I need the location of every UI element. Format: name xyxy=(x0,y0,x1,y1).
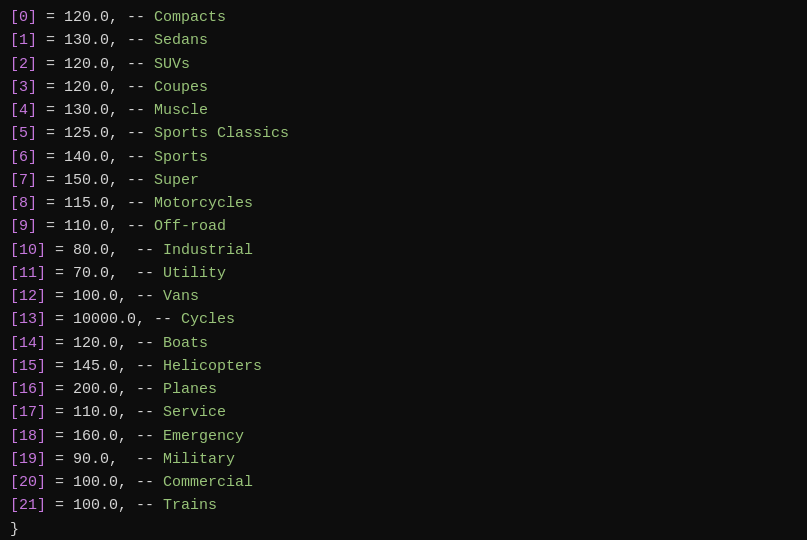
list-item: [7] = 150.0, -- Super xyxy=(10,169,797,192)
separator: -- xyxy=(118,215,154,238)
list-item: [2] = 120.0, -- SUVs xyxy=(10,53,797,76)
list-item: [11] = 70.0, -- Utility xyxy=(10,262,797,285)
equals-sign: = xyxy=(46,355,73,378)
category-label: Sports Classics xyxy=(154,122,289,145)
list-item: [3] = 120.0, -- Coupes xyxy=(10,76,797,99)
numeric-value: 100.0, xyxy=(73,494,127,517)
separator: -- xyxy=(118,99,154,122)
index-label: [8] xyxy=(10,192,37,215)
category-label: Sports xyxy=(154,146,208,169)
index-label: [9] xyxy=(10,215,37,238)
equals-sign: = xyxy=(37,146,64,169)
list-item: [19] = 90.0, -- Military xyxy=(10,448,797,471)
category-label: Commercial xyxy=(163,471,253,494)
numeric-value: 140.0, xyxy=(64,146,118,169)
separator: -- xyxy=(118,53,154,76)
separator: -- xyxy=(118,29,154,52)
category-label: Helicopters xyxy=(163,355,262,378)
index-label: [14] xyxy=(10,332,46,355)
code-block: [0] = 120.0, -- Compacts[1] = 130.0, -- … xyxy=(10,6,797,540)
category-label: Muscle xyxy=(154,99,208,122)
category-label: Super xyxy=(154,169,199,192)
equals-sign: = xyxy=(46,448,73,471)
category-label: Industrial xyxy=(163,239,253,262)
separator: -- xyxy=(127,285,163,308)
numeric-value: 120.0, xyxy=(64,53,118,76)
equals-sign: = xyxy=(46,262,73,285)
index-label: [17] xyxy=(10,401,46,424)
numeric-value: 100.0, xyxy=(73,285,127,308)
category-label: Off-road xyxy=(154,215,226,238)
index-label: [10] xyxy=(10,239,46,262)
list-item: [1] = 130.0, -- Sedans xyxy=(10,29,797,52)
separator: -- xyxy=(118,76,154,99)
list-item: [14] = 120.0, -- Boats xyxy=(10,332,797,355)
index-label: [20] xyxy=(10,471,46,494)
separator: -- xyxy=(118,6,154,29)
closing-brace-line: } xyxy=(10,518,797,541)
index-label: [12] xyxy=(10,285,46,308)
equals-sign: = xyxy=(46,494,73,517)
index-label: [3] xyxy=(10,76,37,99)
list-item: [20] = 100.0, -- Commercial xyxy=(10,471,797,494)
index-label: [0] xyxy=(10,6,37,29)
separator: -- xyxy=(118,448,163,471)
numeric-value: 120.0, xyxy=(73,332,127,355)
equals-sign: = xyxy=(46,239,73,262)
separator: -- xyxy=(118,146,154,169)
category-label: Sedans xyxy=(154,29,208,52)
equals-sign: = xyxy=(46,425,73,448)
category-label: Utility xyxy=(163,262,226,285)
index-label: [19] xyxy=(10,448,46,471)
list-item: [9] = 110.0, -- Off-road xyxy=(10,215,797,238)
numeric-value: 115.0, xyxy=(64,192,118,215)
equals-sign: = xyxy=(37,99,64,122)
equals-sign: = xyxy=(46,471,73,494)
list-item: [4] = 130.0, -- Muscle xyxy=(10,99,797,122)
index-label: [15] xyxy=(10,355,46,378)
equals-sign: = xyxy=(46,308,73,331)
separator: -- xyxy=(118,192,154,215)
list-item: [15] = 145.0, -- Helicopters xyxy=(10,355,797,378)
separator: -- xyxy=(127,425,163,448)
equals-sign: = xyxy=(37,169,64,192)
index-label: [4] xyxy=(10,99,37,122)
index-label: [7] xyxy=(10,169,37,192)
numeric-value: 125.0, xyxy=(64,122,118,145)
numeric-value: 130.0, xyxy=(64,99,118,122)
numeric-value: 160.0, xyxy=(73,425,127,448)
category-label: Military xyxy=(163,448,235,471)
category-label: Trains xyxy=(163,494,217,517)
numeric-value: 70.0, xyxy=(73,262,118,285)
numeric-value: 100.0, xyxy=(73,471,127,494)
index-label: [13] xyxy=(10,308,46,331)
numeric-value: 200.0, xyxy=(73,378,127,401)
numeric-value: 150.0, xyxy=(64,169,118,192)
equals-sign: = xyxy=(46,285,73,308)
equals-sign: = xyxy=(37,6,64,29)
equals-sign: = xyxy=(37,29,64,52)
list-item: [8] = 115.0, -- Motorcycles xyxy=(10,192,797,215)
category-label: SUVs xyxy=(154,53,190,76)
index-label: [2] xyxy=(10,53,37,76)
list-item: [17] = 110.0, -- Service xyxy=(10,401,797,424)
separator: -- xyxy=(127,471,163,494)
list-item: [13] = 10000.0, -- Cycles xyxy=(10,308,797,331)
index-label: [11] xyxy=(10,262,46,285)
category-label: Emergency xyxy=(163,425,244,448)
separator: -- xyxy=(118,122,154,145)
separator: -- xyxy=(127,378,163,401)
list-item: [5] = 125.0, -- Sports Classics xyxy=(10,122,797,145)
closing-brace: } xyxy=(10,518,19,541)
index-label: [18] xyxy=(10,425,46,448)
category-label: Compacts xyxy=(154,6,226,29)
category-label: Service xyxy=(163,401,226,424)
index-label: [16] xyxy=(10,378,46,401)
separator: -- xyxy=(127,355,163,378)
separator: -- xyxy=(127,494,163,517)
equals-sign: = xyxy=(37,76,64,99)
numeric-value: 120.0, xyxy=(64,6,118,29)
category-label: Coupes xyxy=(154,76,208,99)
equals-sign: = xyxy=(46,332,73,355)
numeric-value: 10000.0, xyxy=(73,308,145,331)
